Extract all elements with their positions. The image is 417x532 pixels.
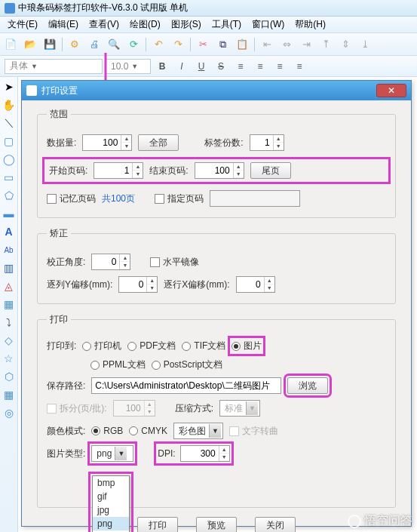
dropdown-item-bmp[interactable]: bmp	[93, 476, 129, 490]
specify-page-checkbox[interactable]: 指定页码	[155, 192, 204, 205]
close-button[interactable]: 关闭	[255, 517, 296, 532]
polygon-icon[interactable]: ⬠	[2, 189, 16, 202]
radio-pdf[interactable]: PDF文档	[127, 340, 176, 352]
dropdown-item-png[interactable]: png	[93, 517, 129, 530]
rect-icon[interactable]: ▭	[2, 171, 16, 184]
menu-view[interactable]: 查看(V)	[84, 17, 124, 32]
open-icon[interactable]: 📂	[23, 37, 38, 52]
radio-ppml[interactable]: PPML文档	[90, 358, 146, 371]
diamond-icon[interactable]: ◇	[2, 334, 16, 347]
dialog-close-button[interactable]: ✕	[376, 84, 406, 97]
align-left-text-icon[interactable]: ≡	[232, 59, 249, 74]
barcode-icon[interactable]: ▥	[2, 261, 16, 275]
x-offset-field[interactable]: ▲▼	[236, 276, 275, 293]
text-a-icon[interactable]: A	[2, 225, 16, 238]
data-amount-field[interactable]: ▲▼	[82, 134, 132, 151]
angle-field[interactable]: ▲▼	[91, 254, 130, 270]
menu-file[interactable]: 文件(E)	[3, 17, 42, 32]
curve-icon[interactable]: ⤵	[2, 315, 16, 329]
underline-button[interactable]: U	[193, 59, 210, 74]
line-icon[interactable]: ＼	[2, 116, 16, 130]
dpi-input[interactable]	[181, 446, 219, 461]
filled-rect-icon[interactable]: ▬	[2, 207, 16, 220]
spinner[interactable]: ▲▼	[233, 163, 244, 178]
copy-icon[interactable]: ⧉	[215, 37, 230, 52]
start-page-input[interactable]	[94, 163, 132, 178]
x-offset-input[interactable]	[237, 277, 264, 292]
last-page-button[interactable]: 尾页	[250, 162, 291, 179]
start-page-field[interactable]: ▲▼	[94, 162, 143, 179]
remember-page-checkbox[interactable]: 记忆页码	[47, 192, 96, 205]
font-combo[interactable]: 具体▼	[5, 59, 103, 74]
radio-printer[interactable]: 打印机	[82, 340, 121, 352]
browse-button[interactable]: 浏览	[287, 377, 328, 394]
spinner[interactable]: ▲▼	[146, 277, 157, 292]
preview-button[interactable]: 预览	[196, 517, 237, 532]
radio-postscript[interactable]: PostScript文档	[152, 358, 223, 371]
menu-shape[interactable]: 图形(S)	[167, 17, 206, 32]
ellipse-icon[interactable]: ◯	[2, 152, 16, 166]
y-offset-input[interactable]	[119, 277, 146, 292]
print-button[interactable]: 打印	[137, 517, 178, 532]
hand-icon[interactable]: ✋	[2, 98, 16, 112]
settings-icon[interactable]: ⚙	[67, 37, 82, 52]
print-icon[interactable]: 🖨	[87, 37, 102, 52]
y-offset-field[interactable]: ▲▼	[118, 276, 158, 293]
radio-cmyk[interactable]: CMYK	[129, 426, 167, 436]
size-combo[interactable]: 10.0▼	[106, 59, 151, 74]
pointer-icon[interactable]: ➤	[2, 80, 16, 94]
spinner[interactable]: ▲▼	[264, 277, 274, 292]
text-ab-icon[interactable]: Ab	[2, 243, 16, 257]
angle-input[interactable]	[92, 254, 119, 269]
menu-edit[interactable]: 编辑(E)	[44, 17, 83, 32]
circle-ring-icon[interactable]: ◎	[2, 406, 16, 420]
bold-button[interactable]: B	[154, 59, 170, 74]
copies-field[interactable]: ▲▼	[250, 134, 284, 151]
refresh-icon[interactable]: ⟳	[126, 37, 141, 52]
dropdown-item-jpg[interactable]: jpg	[93, 503, 129, 517]
save-icon[interactable]: 💾	[42, 37, 57, 52]
align-right-icon[interactable]: ⇥	[299, 37, 314, 52]
zoom-icon[interactable]: 🔍	[106, 37, 121, 52]
align-middle-icon[interactable]: ⇕	[338, 37, 353, 52]
image-type-dropdown[interactable]: bmp gif jpg png tiff	[92, 475, 130, 532]
strike-button[interactable]: S	[213, 59, 229, 74]
redo-icon[interactable]: ↷	[170, 37, 186, 52]
menu-tool[interactable]: 工具(T)	[207, 17, 246, 32]
color-image-select[interactable]: 彩色图▼	[173, 423, 223, 439]
mirror-checkbox[interactable]: 水平镜像	[150, 256, 199, 269]
image-icon[interactable]: ▦	[2, 297, 16, 311]
spinner[interactable]: ▲▼	[273, 135, 284, 150]
undo-icon[interactable]: ↶	[151, 37, 166, 52]
data-amount-input[interactable]	[83, 135, 121, 150]
save-path-input[interactable]	[91, 377, 281, 394]
align-bottom-icon[interactable]: ⤓	[357, 37, 373, 52]
star-icon[interactable]: ☆	[2, 352, 16, 365]
align-justify-text-icon[interactable]: ≡	[291, 59, 308, 74]
grid-icon[interactable]: ▦	[2, 388, 16, 401]
align-right-text-icon[interactable]: ≡	[271, 59, 288, 74]
triangle-icon[interactable]: ◬	[2, 279, 16, 293]
align-center-text-icon[interactable]: ≡	[252, 59, 268, 74]
paste-icon[interactable]: 📋	[235, 37, 250, 52]
menu-window[interactable]: 窗口(W)	[247, 17, 289, 32]
rounded-rect-icon[interactable]: ▢	[2, 134, 16, 148]
spinner[interactable]: ▲▼	[119, 254, 130, 269]
copies-input[interactable]	[250, 135, 273, 150]
italic-button[interactable]: I	[173, 59, 190, 74]
align-top-icon[interactable]: ⤒	[318, 37, 333, 52]
radio-tif[interactable]: TIF文档	[182, 340, 225, 352]
hexagon-icon[interactable]: ⬡	[2, 370, 16, 383]
menu-draw[interactable]: 绘图(D)	[125, 17, 165, 32]
radio-rgb[interactable]: RGB	[91, 426, 123, 436]
align-center-icon[interactable]: ⇔	[279, 37, 294, 52]
menu-help[interactable]: 帮助(H)	[290, 17, 330, 32]
spinner[interactable]: ▲▼	[121, 135, 131, 150]
new-icon[interactable]: 📄	[3, 37, 18, 52]
align-left-icon[interactable]: ⇤	[259, 37, 274, 52]
spinner[interactable]: ▲▼	[132, 163, 143, 178]
dropdown-item-gif[interactable]: gif	[93, 490, 129, 503]
image-type-select[interactable]: png▼	[91, 445, 133, 462]
dpi-field[interactable]: ▲▼	[180, 445, 230, 462]
spinner[interactable]: ▲▼	[219, 446, 229, 461]
